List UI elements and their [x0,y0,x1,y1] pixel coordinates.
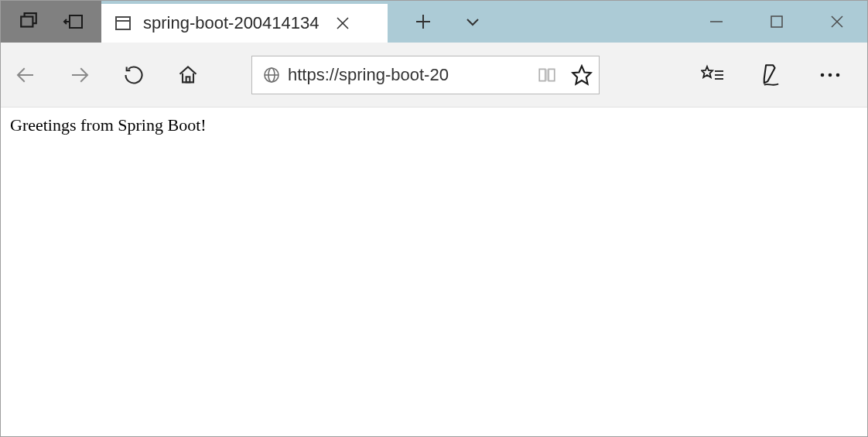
titlebar-left-controls [1,1,101,43]
active-tab[interactable]: spring-boot-200414134 [101,4,388,43]
url-text[interactable]: https://spring-boot-20 [283,65,532,85]
address-bar-actions [532,64,593,86]
reading-view-icon[interactable] [537,65,557,85]
svg-point-25 [829,73,832,77]
browser-window: spring-boot-200414134 [0,0,868,437]
more-menu-icon[interactable] [816,61,844,89]
maximize-button[interactable] [747,1,807,43]
close-window-button[interactable] [807,1,867,43]
close-tab-button[interactable] [330,11,355,36]
page-viewport: Greetings from Spring Boot! [1,108,867,436]
tabstrip-actions [388,1,487,43]
svg-marker-19 [572,66,590,84]
tab-title: spring-boot-200414134 [143,13,320,33]
refresh-button[interactable] [120,61,148,89]
toolbar: https://spring-boot-20 [1,43,867,108]
tab-actions-icon[interactable] [15,8,43,36]
page-body-text: Greetings from Spring Boot! [10,115,858,135]
favorites-list-icon[interactable] [699,61,726,89]
svg-point-24 [821,73,825,77]
tab-menu-chevron-icon[interactable] [459,8,487,36]
new-tab-button[interactable] [409,8,437,36]
svg-point-26 [836,73,840,77]
svg-rect-2 [116,17,130,29]
svg-rect-0 [21,17,32,27]
minimize-button[interactable] [686,1,747,43]
favorite-star-icon[interactable] [571,64,593,86]
svg-rect-9 [771,16,782,27]
back-button[interactable] [12,61,39,89]
notes-pen-icon[interactable] [757,61,785,89]
page-icon [114,14,132,32]
window-controls [686,1,867,43]
svg-rect-1 [70,15,82,28]
svg-marker-20 [702,67,713,77]
site-info-globe-icon[interactable] [260,66,283,84]
titlebar: spring-boot-200414134 [1,1,867,43]
svg-rect-14 [186,77,190,82]
toolbar-right [699,61,849,89]
set-aside-tabs-icon[interactable] [60,8,87,36]
home-button[interactable] [174,61,202,89]
address-bar[interactable]: https://spring-boot-20 [251,56,600,94]
nav-buttons [12,61,202,89]
forward-button[interactable] [66,61,94,89]
